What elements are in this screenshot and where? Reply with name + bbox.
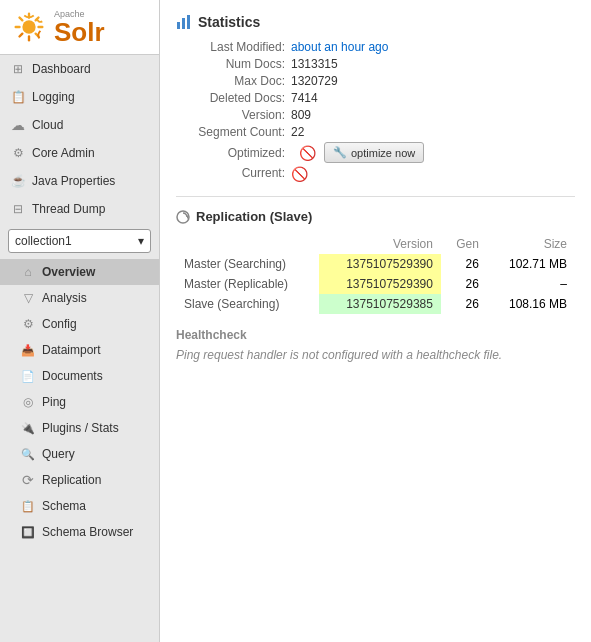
sub-nav-label-replication: Replication: [42, 473, 101, 487]
col-header-size: Size: [487, 234, 575, 254]
main-nav: Dashboard Logging Cloud Core Admin Java …: [0, 55, 159, 223]
replication-row: Master (Replicable)137510752939026–: [176, 274, 575, 294]
sidebar-label-cloud: Cloud: [32, 118, 63, 132]
last-modified-value: about an hour ago: [291, 40, 388, 54]
last-modified-label: Last Modified:: [176, 40, 291, 54]
sidebar: Apache Solr Dashboard Logging Cloud Core…: [0, 0, 160, 642]
sub-nav-item-query[interactable]: Query: [0, 441, 159, 467]
replication-row-size: 108.16 MB: [487, 294, 575, 314]
config-icon: [20, 316, 36, 332]
version-value: 809: [291, 108, 311, 122]
replication-row-gen: 26: [441, 274, 487, 294]
sidebar-label-logging: Logging: [32, 90, 75, 104]
sub-nav-item-schema[interactable]: Schema: [0, 493, 159, 519]
svg-line-5: [20, 18, 23, 21]
replication-row-size: –: [487, 274, 575, 294]
optimized-row: Optimized: 🚫 🔧 optimize now: [176, 142, 575, 163]
max-doc-row: Max Doc: 1320729: [176, 74, 575, 88]
num-docs-row: Num Docs: 1313315: [176, 57, 575, 71]
sub-nav: Overview Analysis Config Dataimport Docu…: [0, 259, 159, 545]
sub-nav-label-documents: Documents: [42, 369, 103, 383]
sidebar-item-java-properties[interactable]: Java Properties: [0, 167, 159, 195]
healthcheck-message: Ping request handler is not configured w…: [176, 348, 575, 362]
sub-nav-label-schema-browser: Schema Browser: [42, 525, 133, 539]
sub-nav-label-plugins-stats: Plugins / Stats: [42, 421, 119, 435]
documents-icon: [20, 368, 36, 384]
version-label: Version:: [176, 108, 291, 122]
sidebar-item-core-admin[interactable]: Core Admin: [0, 139, 159, 167]
sub-nav-item-ping[interactable]: Ping: [0, 389, 159, 415]
segment-count-value: 22: [291, 125, 304, 139]
svg-point-0: [22, 20, 35, 33]
ping-icon: [20, 394, 36, 410]
num-docs-label: Num Docs:: [176, 57, 291, 71]
sub-nav-label-ping: Ping: [42, 395, 66, 409]
logo-area: Apache Solr: [0, 0, 159, 55]
replication-table: Version Gen Size Master (Searching)13751…: [176, 234, 575, 314]
sidebar-label-thread-dump: Thread Dump: [32, 202, 105, 216]
wrench-icon: 🔧: [333, 146, 347, 159]
sub-nav-label-schema: Schema: [42, 499, 86, 513]
sidebar-item-thread-dump[interactable]: Thread Dump: [0, 195, 159, 223]
replication-row: Master (Searching)137510752939026102.71 …: [176, 254, 575, 274]
svg-line-7: [20, 34, 23, 37]
current-no-icon: 🚫: [291, 166, 308, 182]
replication-row-version: 1375107529390: [319, 274, 441, 294]
collection-dropdown[interactable]: collection1 ▾: [8, 229, 151, 253]
solr-label: Solr: [54, 17, 105, 47]
sidebar-label-core-admin: Core Admin: [32, 146, 95, 160]
last-modified-row: Last Modified: about an hour ago: [176, 40, 575, 54]
optimize-now-button[interactable]: 🔧 optimize now: [324, 142, 424, 163]
javaprops-icon: [10, 173, 26, 189]
sub-nav-item-config[interactable]: Config: [0, 311, 159, 337]
logo-text: Apache Solr: [54, 10, 105, 45]
max-doc-label: Max Doc:: [176, 74, 291, 88]
replication-row-label: Slave (Searching): [176, 294, 319, 314]
schema-browser-icon: [20, 524, 36, 540]
sub-nav-label-analysis: Analysis: [42, 291, 87, 305]
max-doc-value: 1320729: [291, 74, 338, 88]
replication-section-icon: [176, 210, 190, 224]
replication-row-version: 1375107529390: [319, 254, 441, 274]
col-header-label: [176, 234, 319, 254]
replication-row-label: Master (Replicable): [176, 274, 319, 294]
sidebar-item-cloud[interactable]: Cloud: [0, 111, 159, 139]
solr-logo-icon: [10, 8, 48, 46]
replication-row-gen: 26: [441, 254, 487, 274]
sidebar-label-java-properties: Java Properties: [32, 174, 115, 188]
statistics-title: Statistics: [176, 14, 575, 30]
deleted-docs-label: Deleted Docs:: [176, 91, 291, 105]
version-row: Version: 809: [176, 108, 575, 122]
svg-rect-9: [177, 22, 180, 29]
segment-count-row: Segment Count: 22: [176, 125, 575, 139]
sub-nav-item-replication[interactable]: Replication: [0, 467, 159, 493]
logging-icon: [10, 89, 26, 105]
overview-icon: [20, 264, 36, 280]
statistics-table: Last Modified: about an hour ago Num Doc…: [176, 40, 575, 182]
replication-row-version: 1375107529385: [319, 294, 441, 314]
sub-nav-item-dataimport[interactable]: Dataimport: [0, 337, 159, 363]
analysis-icon: [20, 290, 36, 306]
sub-nav-item-analysis[interactable]: Analysis: [0, 285, 159, 311]
current-row: Current: 🚫: [176, 166, 575, 182]
dataimport-icon: [20, 342, 36, 358]
sub-nav-item-overview[interactable]: Overview: [0, 259, 159, 285]
sidebar-item-dashboard[interactable]: Dashboard: [0, 55, 159, 83]
svg-rect-10: [182, 18, 185, 29]
sub-nav-item-documents[interactable]: Documents: [0, 363, 159, 389]
sidebar-item-logging[interactable]: Logging: [0, 83, 159, 111]
collection-name: collection1: [15, 234, 72, 248]
num-docs-value: 1313315: [291, 57, 338, 71]
healthcheck-title: Healthcheck: [176, 328, 575, 342]
replication-title: Replication (Slave): [176, 209, 575, 224]
plugins-icon: [20, 420, 36, 436]
chevron-down-icon: ▾: [138, 234, 144, 248]
main-content: Statistics Last Modified: about an hour …: [160, 0, 591, 642]
sub-nav-label-dataimport: Dataimport: [42, 343, 101, 357]
optimize-btn-label: optimize now: [351, 147, 415, 159]
deleted-docs-row: Deleted Docs: 7414: [176, 91, 575, 105]
healthcheck-section: Healthcheck Ping request handler is not …: [176, 328, 575, 362]
sub-nav-item-plugins-stats[interactable]: Plugins / Stats: [0, 415, 159, 441]
bar-chart-icon: [176, 14, 192, 30]
sub-nav-item-schema-browser[interactable]: Schema Browser: [0, 519, 159, 545]
